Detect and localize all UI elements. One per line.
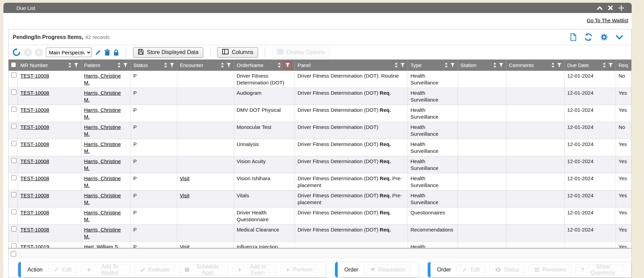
- collapse-icon[interactable]: [597, 5, 603, 10]
- select-cell: [9, 88, 17, 105]
- sort-icon[interactable]: [117, 62, 121, 68]
- mr-number-link[interactable]: TEST-10008: [21, 124, 49, 130]
- mr-number-link[interactable]: TEST-10008: [21, 73, 49, 79]
- type-cell: Health Surveillance: [408, 122, 458, 139]
- select-all-checkbox[interactable]: [11, 63, 16, 67]
- patient-link[interactable]: Harris, Christine M.: [84, 210, 121, 222]
- new-document-icon[interactable]: [570, 33, 577, 41]
- row-checkbox[interactable]: [11, 90, 16, 95]
- filter-icon[interactable]: [74, 63, 78, 67]
- row-checkbox[interactable]: [11, 158, 16, 163]
- patient-link[interactable]: Harris, Christine M.: [84, 158, 121, 171]
- sort-icon[interactable]: [221, 62, 224, 68]
- due-date-cell: 12-01-2024: [564, 208, 616, 225]
- patient-link[interactable]: Harris, Christine M.: [84, 124, 121, 137]
- patient-link[interactable]: Harris, Christine M.: [84, 90, 121, 103]
- mr-number-link[interactable]: TEST-10008: [21, 193, 49, 198]
- display-options-button: Display Options: [272, 47, 330, 58]
- gear-icon[interactable]: [600, 33, 608, 41]
- mr-number-link[interactable]: TEST-10008: [21, 158, 49, 164]
- select-cell: [9, 173, 17, 190]
- sort-icon[interactable]: [493, 62, 497, 68]
- filter-icon[interactable]: [499, 63, 503, 67]
- sort-icon[interactable]: [551, 62, 555, 68]
- footer-row-checkbox[interactable]: [11, 251, 16, 256]
- sort-icon[interactable]: [395, 62, 398, 68]
- select-all-header: [9, 59, 17, 71]
- filter-icon[interactable]: [608, 63, 613, 67]
- row-checkbox[interactable]: [11, 175, 16, 180]
- lines-icon: [534, 268, 539, 272]
- sort-icon[interactable]: [278, 62, 281, 68]
- patient-link[interactable]: Harris, Christine M.: [84, 175, 121, 188]
- mr-number-link[interactable]: TEST-10008: [21, 141, 49, 147]
- row-checkbox[interactable]: [11, 192, 16, 197]
- mr-number-link[interactable]: TEST-10008: [21, 107, 49, 113]
- visit-link[interactable]: Visit: [180, 175, 190, 181]
- due-list-window: Due List Go To The Waitlist Pending/In P…: [3, 3, 632, 278]
- button-label: Perform: [293, 267, 312, 273]
- mr-number-link[interactable]: TEST-10019: [21, 244, 49, 248]
- due-date-cell: 12-01-2024: [564, 139, 616, 156]
- filter-icon[interactable]: [227, 63, 231, 67]
- column-label-mr: MR Number: [21, 62, 66, 68]
- patient-link[interactable]: Harris, Christine M.: [84, 141, 121, 154]
- row-checkbox[interactable]: [11, 226, 16, 231]
- mr-number-link[interactable]: TEST-10008: [21, 175, 49, 181]
- patient-cell: Harris, Christine M.: [81, 156, 130, 173]
- filter-icon[interactable]: [400, 63, 405, 67]
- row-checkbox[interactable]: [11, 124, 16, 129]
- station-cell: [458, 122, 506, 139]
- add-to-waitlist-button: Add To Waitlist: [81, 264, 131, 276]
- sort-icon[interactable]: [603, 62, 606, 68]
- row-checkbox[interactable]: [11, 72, 16, 78]
- mr-number-link[interactable]: TEST-10008: [21, 90, 49, 96]
- filter-icon[interactable]: [450, 63, 455, 67]
- status-cell: P: [130, 139, 177, 156]
- lock-icon[interactable]: [113, 49, 119, 56]
- row-checkbox[interactable]: [11, 243, 16, 248]
- status-cell: P: [130, 71, 177, 88]
- mr-number-link[interactable]: TEST-10008: [21, 227, 49, 233]
- patient-link[interactable]: Harris, Christine M.: [84, 193, 121, 205]
- row-checkbox[interactable]: [11, 141, 16, 146]
- schedule-appt-button: Schedule Appt: [179, 264, 228, 276]
- mr-number-cell: TEST-10019: [17, 242, 81, 248]
- sort-icon[interactable]: [445, 62, 448, 68]
- filter-icon[interactable]: [123, 63, 128, 67]
- undo-icon[interactable]: [12, 48, 21, 57]
- mr-number-link[interactable]: TEST-10008: [21, 210, 49, 215]
- perspective-select[interactable]: Main Perspective: [46, 48, 92, 57]
- filter-icon[interactable]: [285, 63, 290, 67]
- edit-perspective-pencil-icon[interactable]: [95, 49, 101, 56]
- status-cell: P: [130, 105, 177, 122]
- patient-link[interactable]: Harris, Christine M.: [84, 227, 121, 239]
- visit-link[interactable]: Visit: [180, 193, 190, 198]
- go-to-waitlist-link[interactable]: Go To The Waitlist: [587, 17, 628, 25]
- filter-icon[interactable]: [170, 63, 174, 67]
- columns-button[interactable]: Columns: [217, 47, 258, 58]
- ordername-cell: Medical Clearance: [234, 225, 295, 242]
- row-checkbox[interactable]: [11, 107, 16, 112]
- patient-link[interactable]: Harris, Christine M.: [84, 107, 121, 120]
- filter-icon[interactable]: [557, 63, 562, 67]
- chevron-down-icon[interactable]: [616, 35, 623, 40]
- patient-link[interactable]: Hart, William S.: [84, 244, 119, 248]
- sort-icon[interactable]: [68, 62, 72, 68]
- encounter-cell: [177, 225, 234, 242]
- move-icon[interactable]: [618, 5, 624, 11]
- column-label-encounter: Encounter: [180, 62, 218, 68]
- store-displayed-data-button[interactable]: Store Displayed Data: [133, 47, 203, 58]
- evaluate-button: Evaluate: [134, 264, 175, 276]
- refresh-icon[interactable]: [584, 33, 593, 41]
- close-icon[interactable]: [608, 5, 613, 10]
- visit-link[interactable]: Visit: [180, 244, 190, 248]
- required-cell: Yes: [616, 208, 631, 225]
- column-label-req: Req: [619, 62, 629, 68]
- row-checkbox[interactable]: [11, 209, 16, 214]
- sort-icon[interactable]: [164, 62, 167, 68]
- previous-perspective-icon: [24, 49, 32, 56]
- patient-link[interactable]: Harris, Christine M.: [84, 73, 121, 85]
- delete-perspective-trash-icon[interactable]: [104, 49, 110, 56]
- encounter-cell: [177, 208, 234, 225]
